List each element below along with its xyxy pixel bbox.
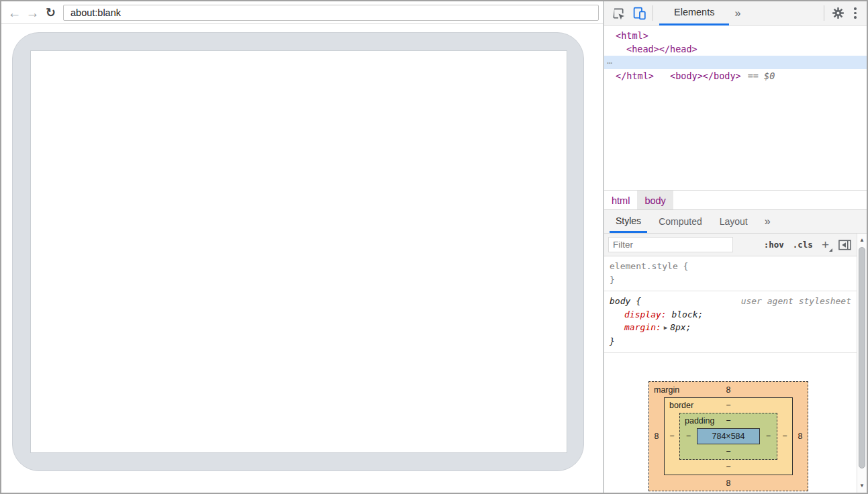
gear-icon [831, 6, 845, 20]
padding-left-value[interactable]: − [680, 428, 697, 444]
styles-scrollbar[interactable]: ▲ ▼ [857, 234, 867, 493]
device-toolbar-icon [632, 6, 646, 20]
box-model-content[interactable]: 784×584 [697, 428, 760, 444]
padding-label: padding [685, 416, 715, 426]
scroll-up-icon[interactable]: ▲ [857, 236, 867, 244]
settings-button[interactable] [830, 6, 845, 21]
tab-computed[interactable]: Computed [653, 210, 708, 233]
border-right-value[interactable]: − [777, 413, 792, 460]
expand-shorthand-icon[interactable]: ▶ [661, 324, 670, 331]
dom-node-code: <head></head> [626, 44, 697, 54]
padding-top-value[interactable]: − [726, 416, 730, 426]
url-input[interactable] [64, 7, 598, 19]
breadcrumb-html[interactable]: html [604, 191, 637, 210]
devtools-panel: Elements » [604, 1, 867, 493]
border-top-value[interactable]: − [726, 401, 730, 410]
back-icon: ← [8, 5, 21, 20]
toggle-hover-state-button[interactable]: :hov [764, 240, 784, 250]
breadcrumb: html body [604, 190, 867, 210]
stylesheet-origin: user agent stylesheet [741, 295, 851, 308]
box-model-diagram: margin 8 8 border − − [648, 381, 808, 491]
forward-icon: → [26, 5, 40, 20]
browser-toolbar: ← → ↻ [1, 1, 603, 24]
dom-tree: <html> <head></head> …<body></body>== $0… [604, 26, 867, 190]
toolbar-separator [653, 5, 653, 21]
margin-top-value[interactable]: 8 [726, 385, 731, 395]
css-property-margin[interactable]: margin:▶8px; [610, 321, 851, 335]
breadcrumb-body[interactable]: body [637, 191, 673, 210]
scrollbar-thumb[interactable] [859, 247, 865, 468]
margin-label: margin [654, 385, 679, 395]
sidebar-tabbar: Styles Computed Layout » [604, 209, 867, 234]
margin-right-value[interactable]: 8 [793, 397, 808, 475]
tab-elements-label: Elements [674, 7, 714, 17]
browser-pane: ← → ↻ [1, 1, 604, 493]
back-button[interactable]: ← [5, 6, 23, 19]
rule-selector[interactable]: body [610, 296, 630, 306]
margin-left-value[interactable]: 8 [649, 397, 664, 475]
rule-element-style[interactable]: element.style { } [604, 256, 857, 291]
box-model-border[interactable]: border − − padding − [664, 397, 793, 475]
devtools-menu-button[interactable] [849, 7, 861, 19]
border-bottom-value[interactable]: − [726, 462, 730, 472]
chevron-right-icon: » [765, 215, 771, 227]
padding-bottom-value[interactable]: − [726, 447, 730, 456]
styles-filter-input[interactable] [608, 237, 733, 252]
rule-body-user-agent[interactable]: user agent stylesheet body { display: bl… [604, 291, 857, 353]
dom-node-html-close[interactable]: </html> [604, 69, 867, 83]
more-sidebar-tabs-button[interactable]: » [765, 215, 771, 228]
dom-node-code: <html> [616, 30, 648, 41]
box-model-margin[interactable]: margin 8 8 border − − [648, 381, 808, 491]
border-label: border [669, 401, 693, 410]
property-name[interactable]: display: [624, 309, 667, 319]
devtools-toolbar: Elements » [604, 1, 867, 26]
toolbar-separator [824, 5, 824, 21]
scroll-down-icon[interactable]: ▼ [857, 482, 867, 490]
dom-node-code: </html> [616, 70, 654, 81]
margin-bottom-value[interactable]: 8 [726, 479, 731, 488]
chevron-right-icon: » [734, 7, 740, 19]
tab-styles[interactable]: Styles [610, 210, 647, 233]
property-name[interactable]: margin: [624, 322, 661, 332]
dom-node-body[interactable]: …<body></body>== $0 [604, 56, 867, 69]
reload-button[interactable]: ↻ [42, 5, 60, 20]
dom-node-head[interactable]: <head></head> [604, 42, 867, 56]
box-model-padding[interactable]: padding − − 784×584 − [679, 413, 777, 460]
plus-icon: + [822, 238, 829, 252]
page-viewport [1, 24, 603, 493]
toggle-element-state-panel-button[interactable] [838, 240, 851, 250]
rule-selector[interactable]: element.style [610, 261, 678, 271]
reload-icon: ↻ [46, 6, 56, 19]
more-tabs-button[interactable]: » [734, 7, 740, 19]
dom-overflow-icon[interactable]: … [607, 54, 613, 67]
sidebar-panel-icon [838, 240, 851, 250]
property-value[interactable]: block; [671, 309, 703, 319]
more-vertical-icon [854, 7, 857, 10]
blank-page[interactable] [30, 50, 567, 453]
padding-right-value[interactable]: − [760, 428, 777, 444]
css-property-display[interactable]: display: block; [610, 308, 851, 322]
styles-pane: element.style { } user agent stylesheet … [604, 256, 857, 493]
device-emulation-frame [12, 32, 584, 471]
toggle-class-button[interactable]: .cls [793, 240, 813, 250]
tab-elements[interactable]: Elements [659, 1, 729, 26]
styles-filter-bar: :hov .cls + [604, 234, 857, 256]
toggle-device-toolbar-button[interactable] [632, 6, 646, 21]
tab-layout[interactable]: Layout [714, 210, 754, 233]
property-value[interactable]: 8px; [670, 322, 691, 332]
browser-window: ← → ↻ [0, 0, 868, 494]
address-bar[interactable] [63, 5, 599, 21]
forward-button[interactable]: → [23, 6, 42, 19]
new-style-rule-button[interactable]: + [822, 238, 829, 251]
border-left-value[interactable]: − [665, 413, 679, 460]
inspect-cursor-icon [612, 7, 625, 20]
inspect-element-button[interactable] [611, 6, 626, 21]
content-dimensions: 784×584 [712, 432, 744, 441]
dom-node-html-open[interactable]: <html> [604, 29, 867, 42]
